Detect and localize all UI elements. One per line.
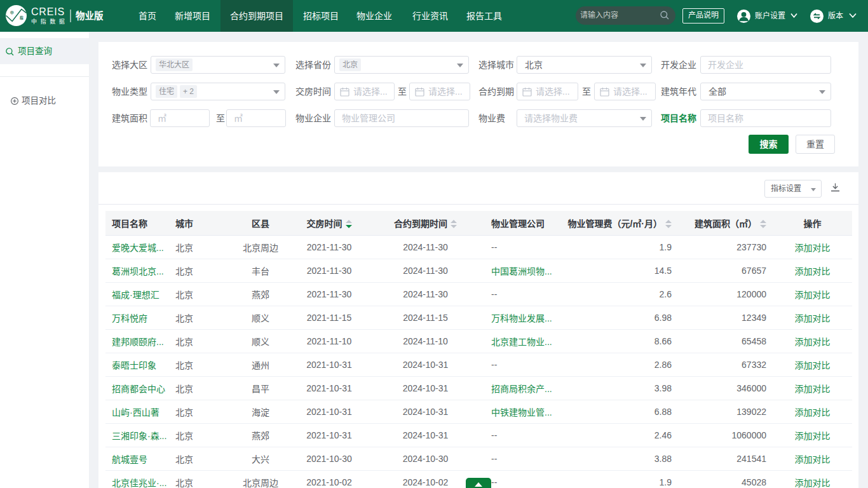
- svg-text:中: 中: [10, 10, 14, 15]
- svg-text:指: 指: [20, 15, 24, 20]
